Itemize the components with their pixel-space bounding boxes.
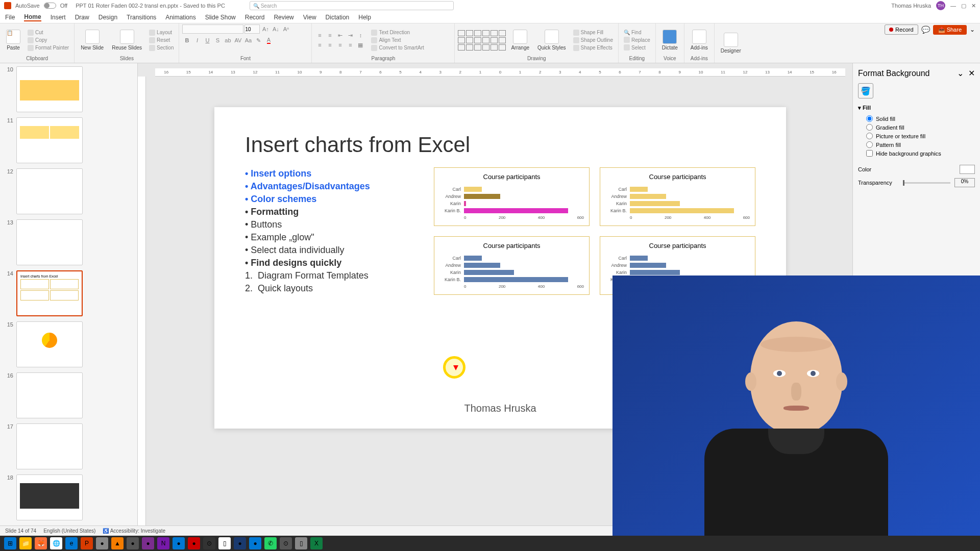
window-min-icon[interactable]: — xyxy=(950,3,956,9)
pattern-fill-radio[interactable] xyxy=(866,141,873,148)
app-icon[interactable]: ● xyxy=(173,537,185,549)
solid-fill-radio[interactable] xyxy=(866,115,873,122)
overflow-icon[interactable]: ⌄ xyxy=(970,26,975,33)
clear-format-icon[interactable]: Aⁿ xyxy=(281,24,290,34)
tab-insert[interactable]: Insert xyxy=(51,14,66,21)
app-icon[interactable]: ● xyxy=(96,537,108,549)
powerpoint-icon[interactable]: P xyxy=(81,537,93,549)
font-family-input[interactable] xyxy=(182,24,243,34)
fill-tab-icon[interactable]: 🪣 xyxy=(858,83,873,98)
app-icon[interactable]: ● xyxy=(234,537,246,549)
align-left-button[interactable]: ≡ xyxy=(315,40,324,49)
find-button[interactable]: 🔍Find xyxy=(622,29,652,36)
tab-transitions[interactable]: Transitions xyxy=(127,14,156,21)
tab-record[interactable]: Record xyxy=(245,14,265,21)
hide-bg-checkbox[interactable] xyxy=(866,150,873,157)
tab-dictation[interactable]: Dictation xyxy=(326,14,350,21)
tab-home[interactable]: Home xyxy=(24,13,41,21)
panel-close-icon[interactable]: ✕ xyxy=(968,69,975,78)
outdent-button[interactable]: ⇤ xyxy=(335,31,345,40)
chart[interactable]: Course participantsCarlAndrewKarinKarin … xyxy=(434,167,590,226)
slide-thumbnail[interactable] xyxy=(16,168,83,214)
app-icon[interactable]: ● xyxy=(188,537,200,549)
comments-icon[interactable]: 💬 xyxy=(921,26,930,34)
align-text-button[interactable]: Align Text xyxy=(369,37,426,44)
excel-icon[interactable]: X xyxy=(310,537,323,549)
tab-design[interactable]: Design xyxy=(99,14,117,21)
slide-thumbnail[interactable] xyxy=(16,117,83,163)
case-button[interactable]: Aa xyxy=(243,36,253,45)
strike-button[interactable]: S xyxy=(213,36,222,45)
window-max-icon[interactable]: ▢ xyxy=(961,3,966,9)
tab-draw[interactable]: Draw xyxy=(75,14,89,21)
avatar[interactable]: TH xyxy=(936,1,945,10)
reuse-slides-button[interactable]: Reuse Slides xyxy=(109,29,145,52)
transparency-slider[interactable] xyxy=(903,182,950,184)
panel-section[interactable]: Fill xyxy=(858,105,975,111)
underline-button[interactable]: U xyxy=(203,36,212,45)
align-center-button[interactable]: ≡ xyxy=(325,40,334,49)
tab-view[interactable]: View xyxy=(303,14,316,21)
font-size-input[interactable] xyxy=(244,24,260,34)
slide-thumbnail[interactable] xyxy=(16,372,83,418)
shape-outline-button[interactable]: Shape Outline xyxy=(571,37,615,44)
quick-styles-button[interactable]: Quick Styles xyxy=(534,29,569,52)
highlight-button[interactable]: ✎ xyxy=(254,36,263,45)
slide-thumbnail[interactable]: Insert charts from Excel xyxy=(16,270,83,316)
increase-font-icon[interactable]: A↑ xyxy=(261,24,270,34)
app-icon[interactable]: ● xyxy=(127,537,139,549)
transparency-value[interactable]: 0% xyxy=(954,178,975,187)
accessibility[interactable]: ♿ Accessibility: Investigate xyxy=(103,528,165,534)
slide-thumbnail[interactable] xyxy=(16,423,83,469)
chrome-icon[interactable]: 🌐 xyxy=(50,537,62,549)
panel-expand-icon[interactable]: ⌄ xyxy=(957,69,964,78)
arrange-button[interactable]: Arrange xyxy=(508,29,532,52)
cut-button[interactable]: Cut xyxy=(26,29,71,36)
app-icon[interactable]: ▯ xyxy=(218,537,231,549)
share-button[interactable]: 📤 Share xyxy=(933,25,967,35)
replace-button[interactable]: Replace xyxy=(622,36,652,43)
slide-thumbnail[interactable] xyxy=(16,474,83,520)
start-icon[interactable]: ⊞ xyxy=(4,537,16,549)
tab-animations[interactable]: Animations xyxy=(165,14,195,21)
app-icon[interactable]: ● xyxy=(142,537,154,549)
indent-button[interactable]: ⇥ xyxy=(346,31,355,40)
dictate-button[interactable]: Dictate xyxy=(659,29,681,52)
numbering-button[interactable]: ≡ xyxy=(325,31,334,40)
chart[interactable]: Course participantsCarlAndrewKarinKarin … xyxy=(434,236,590,295)
bullets-button[interactable]: ≡ xyxy=(315,31,324,40)
chart[interactable]: Course participantsCarlAndrewKarinKarin … xyxy=(600,167,755,226)
slide-thumbnail[interactable] xyxy=(16,66,83,112)
language[interactable]: English (United States) xyxy=(43,528,95,534)
tab-file[interactable]: File xyxy=(5,14,15,21)
copy-button[interactable]: Copy xyxy=(26,37,71,44)
text-direction-button[interactable]: Text Direction xyxy=(369,29,426,36)
explorer-icon[interactable]: 📁 xyxy=(19,537,32,549)
spacing-button[interactable]: AV xyxy=(233,36,242,45)
format-painter-button[interactable]: Format Painter xyxy=(26,44,71,52)
search-box[interactable]: 🔍 Search xyxy=(250,1,454,10)
decrease-font-icon[interactable]: A↓ xyxy=(271,24,280,34)
paste-button[interactable]: 📋Paste xyxy=(3,29,23,52)
tab-review[interactable]: Review xyxy=(274,14,293,21)
bold-button[interactable]: B xyxy=(182,36,191,45)
tab-slide-show[interactable]: Slide Show xyxy=(205,14,236,21)
shadow-button[interactable]: ab xyxy=(223,36,232,45)
new-slide-button[interactable]: New Slide xyxy=(78,29,107,52)
italic-button[interactable]: I xyxy=(192,36,202,45)
picture-fill-radio[interactable] xyxy=(866,133,873,139)
slide-thumbnail[interactable] xyxy=(16,321,83,367)
slide-thumbnail[interactable] xyxy=(16,219,83,265)
whatsapp-icon[interactable]: ✆ xyxy=(264,537,277,549)
vlc-icon[interactable]: ▲ xyxy=(111,537,124,549)
app-icon[interactable]: ▯ xyxy=(295,537,307,549)
gradient-fill-radio[interactable] xyxy=(866,124,873,131)
align-right-button[interactable]: ≡ xyxy=(335,40,345,49)
justify-button[interactable]: ≡ xyxy=(346,40,355,49)
record-button[interactable]: Record xyxy=(885,24,918,35)
app-icon[interactable]: ⊙ xyxy=(280,537,292,549)
firefox-icon[interactable]: 🦊 xyxy=(35,537,47,549)
reset-button[interactable]: Reset xyxy=(147,37,176,44)
shape-fill-button[interactable]: Shape Fill xyxy=(571,29,615,36)
layout-button[interactable]: Layout xyxy=(147,29,176,36)
